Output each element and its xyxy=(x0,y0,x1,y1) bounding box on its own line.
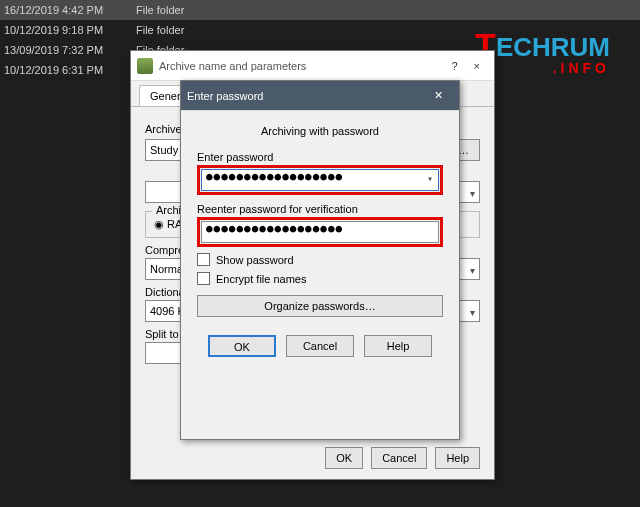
show-password-checkbox[interactable]: Show password xyxy=(197,253,443,266)
titlebar[interactable]: Enter password ✕ xyxy=(181,81,459,111)
winrar-icon xyxy=(137,58,153,74)
file-date: 10/12/2019 9:18 PM xyxy=(0,20,130,40)
titlebar[interactable]: Archive name and parameters ? × xyxy=(131,51,494,81)
checkbox-icon xyxy=(197,253,210,266)
dialog-title: Archive name and parameters xyxy=(159,60,443,72)
highlight-box: ●●●●●●●●●●●●●●●●●● xyxy=(197,165,443,195)
enter-password-label: Enter password xyxy=(197,151,443,163)
help-icon[interactable]: ? xyxy=(443,60,465,72)
close-icon[interactable]: × xyxy=(466,60,488,72)
organize-passwords-button[interactable]: Organize passwords… xyxy=(197,295,443,317)
enter-password-dialog: Enter password ✕ Archiving with password… xyxy=(180,80,460,440)
checkbox-label: Show password xyxy=(216,254,294,266)
cancel-button[interactable]: Cancel xyxy=(286,335,354,357)
reenter-password-input[interactable]: ●●●●●●●●●●●●●●●●●● xyxy=(201,221,439,243)
ok-button[interactable]: OK xyxy=(208,335,276,357)
file-row[interactable]: 16/12/2019 4:42 PM File folder xyxy=(0,0,640,20)
cancel-button[interactable]: Cancel xyxy=(371,447,427,469)
watermark-logo: TECHRUM .INFO xyxy=(475,30,610,76)
help-button[interactable]: Help xyxy=(364,335,432,357)
file-date: 10/12/2019 6:31 PM xyxy=(0,60,130,80)
close-icon[interactable]: ✕ xyxy=(424,89,453,102)
highlight-box: ●●●●●●●●●●●●●●●●●● xyxy=(197,217,443,247)
file-type: File folder xyxy=(130,20,184,40)
help-button[interactable]: Help xyxy=(435,447,480,469)
checkbox-label: Encrypt file names xyxy=(216,273,306,285)
checkbox-icon xyxy=(197,272,210,285)
dialog-heading: Archiving with password xyxy=(197,125,443,137)
file-date: 13/09/2019 7:32 PM xyxy=(0,40,130,60)
ok-button[interactable]: OK xyxy=(325,447,363,469)
file-date: 16/12/2019 4:42 PM xyxy=(0,0,130,20)
radio-rar[interactable]: RA xyxy=(154,218,182,230)
password-input[interactable]: ●●●●●●●●●●●●●●●●●● xyxy=(201,169,439,191)
dialog-title: Enter password xyxy=(187,90,424,102)
file-type: File folder xyxy=(130,0,184,20)
encrypt-filenames-checkbox[interactable]: Encrypt file names xyxy=(197,272,443,285)
reenter-password-label: Reenter password for verification xyxy=(197,203,443,215)
